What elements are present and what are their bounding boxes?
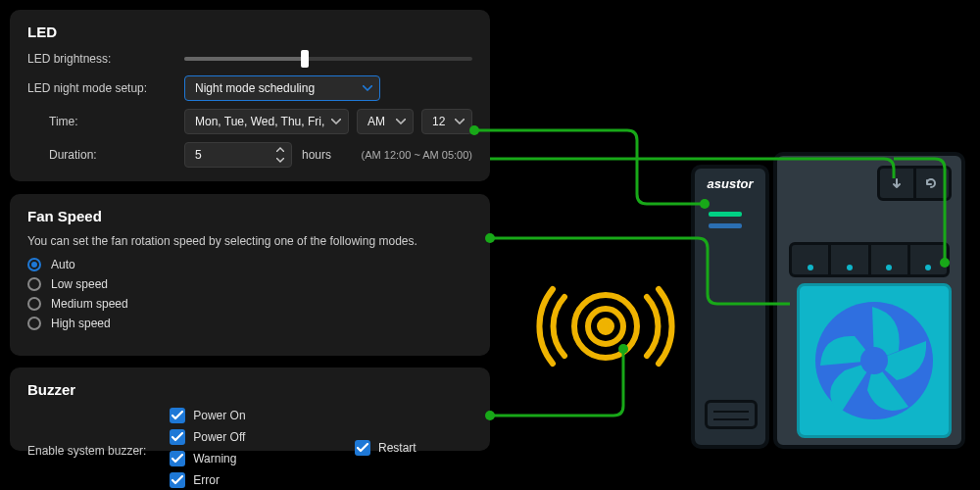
- fan-desc: You can set the fan rotation speed by se…: [27, 234, 472, 248]
- duration-stepper[interactable]: 5: [184, 142, 292, 168]
- buzzer-option-label: Power On: [193, 409, 245, 422]
- hour-value: 12: [432, 115, 445, 128]
- svg-point-4: [860, 347, 888, 374]
- fan-option-high-speed[interactable]: High speed: [27, 317, 472, 330]
- fan-option-label: Medium speed: [51, 297, 128, 311]
- led-duration-label: Duration:: [27, 148, 184, 162]
- ampm-value: AM: [368, 115, 385, 128]
- checkbox-icon: [170, 472, 185, 488]
- led-brightness-row: LED brightness:: [27, 50, 472, 68]
- led-brightness-slider[interactable]: [184, 50, 472, 68]
- device-led-blue: [709, 223, 742, 228]
- fan-option-label: Auto: [51, 258, 75, 271]
- slider-fill: [184, 57, 305, 61]
- led-duration-row: Duration: 5 hours (AM 12:00 ~ AM 05:00): [27, 142, 472, 168]
- chevron-down-icon: [331, 119, 341, 124]
- device-brand: asustor: [695, 176, 765, 191]
- checkbox-icon: [170, 429, 185, 445]
- device-fan: [797, 283, 952, 438]
- buzzer-panel: Buzzer Enable system buzzer: Power OnPow…: [10, 368, 490, 451]
- svg-point-0: [600, 320, 612, 332]
- fan-title: Fan Speed: [27, 208, 472, 224]
- buzzer-restart-wrap: Restart: [355, 440, 472, 462]
- led-panel: LED LED brightness: LED night mode setup…: [10, 10, 490, 181]
- device-top-buttons: [877, 166, 952, 201]
- led-time-row: Time: Mon, Tue, Wed, Thu, Fri, Sat, Sun …: [27, 109, 472, 134]
- ampm-select[interactable]: AM: [357, 109, 414, 134]
- chevron-down-icon: [396, 119, 406, 124]
- led-time-label: Time:: [27, 115, 184, 128]
- fan-option-label: High speed: [51, 317, 111, 330]
- led-title: LED: [27, 24, 472, 40]
- chevron-down-icon[interactable]: [273, 156, 287, 165]
- checkbox-icon: [170, 408, 185, 423]
- duration-value: 5: [195, 148, 202, 162]
- fan-panel: Fan Speed You can set the fan rotation s…: [10, 194, 490, 356]
- buzzer-option-label: Warning: [193, 452, 236, 466]
- nas-device-illustration: asustor: [691, 152, 965, 456]
- buzzer-option-warning[interactable]: Warning: [170, 451, 287, 466]
- radio-icon: [27, 297, 41, 311]
- night-mode-value: Night mode scheduling: [195, 81, 315, 95]
- buzzer-option-label: Restart: [378, 441, 416, 455]
- buzzer-enable-label: Enable system buzzer:: [27, 444, 170, 458]
- chevron-up-icon[interactable]: [273, 145, 287, 154]
- fan-option-auto[interactable]: Auto: [27, 258, 472, 271]
- buzzer-option-label: Error: [193, 473, 220, 487]
- radio-icon: [27, 277, 41, 291]
- chevron-down-icon: [455, 119, 465, 124]
- buzzer-option-restart[interactable]: Restart: [355, 440, 472, 456]
- device-left-tower: asustor: [691, 165, 769, 449]
- slider-thumb[interactable]: [301, 50, 309, 68]
- night-mode-select[interactable]: Night mode scheduling: [184, 75, 380, 101]
- fan-option-low-speed[interactable]: Low speed: [27, 277, 472, 291]
- duration-range: (AM 12:00 ~ AM 05:00): [362, 149, 472, 161]
- buzzer-title: Buzzer: [27, 381, 472, 398]
- duration-unit: hours: [302, 148, 331, 162]
- buzzer-option-error[interactable]: Error: [170, 472, 287, 488]
- days-value: Mon, Tue, Wed, Thu, Fri, Sat, Sun: [195, 115, 324, 128]
- led-nightmode-row: LED night mode setup: Night mode schedul…: [27, 75, 472, 101]
- hour-select[interactable]: 12: [421, 109, 472, 134]
- led-brightness-label: LED brightness:: [27, 52, 184, 66]
- radio-icon: [27, 258, 41, 271]
- fan-option-label: Low speed: [51, 277, 108, 291]
- radio-icon: [27, 317, 41, 330]
- checkbox-icon: [170, 451, 185, 466]
- days-select[interactable]: Mon, Tue, Wed, Thu, Fri, Sat, Sun: [184, 109, 349, 134]
- buzzer-option-label: Power Off: [193, 430, 245, 444]
- buzzer-option-power-off[interactable]: Power Off: [170, 429, 287, 445]
- device-drive-bays: [789, 242, 950, 277]
- checkbox-icon: [355, 440, 370, 456]
- buzzer-sound-icon: [527, 272, 684, 380]
- led-nightmode-label: LED night mode setup:: [27, 81, 184, 95]
- buzzer-option-power-on[interactable]: Power On: [170, 408, 287, 423]
- device-right-tower: [773, 152, 965, 449]
- chevron-down-icon: [363, 85, 372, 91]
- fan-option-medium-speed[interactable]: Medium speed: [27, 297, 472, 311]
- device-led-green: [709, 212, 742, 217]
- device-vent: [705, 400, 758, 429]
